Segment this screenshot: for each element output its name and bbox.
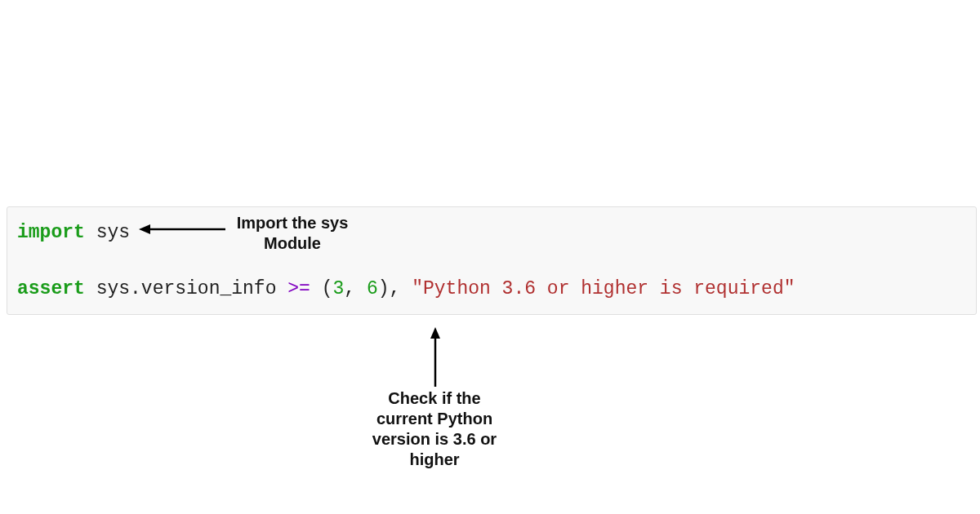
code-line-2: assert sys.version_info >= (3, 6), "Pyth… xyxy=(17,275,966,304)
arrow-left-icon xyxy=(139,222,225,237)
operator-gte: >= xyxy=(287,278,310,299)
paren-open: ( xyxy=(322,278,333,299)
number-3: 3 xyxy=(333,278,345,299)
keyword-assert: assert xyxy=(17,278,85,299)
number-6: 6 xyxy=(367,278,378,299)
expression-prefix: sys.version_info xyxy=(85,278,287,299)
svg-marker-3 xyxy=(430,327,440,339)
space-2 xyxy=(400,278,412,299)
keyword-import: import xyxy=(17,222,85,243)
space-1 xyxy=(355,278,367,299)
paren-close: ) xyxy=(378,278,390,299)
tuple-comma-1: , xyxy=(344,278,355,299)
error-message-string: "Python 3.6 or higher is required" xyxy=(412,278,795,299)
svg-marker-1 xyxy=(139,224,150,234)
annotation-import: Import the sysModule xyxy=(227,213,358,254)
arg-comma: , xyxy=(390,278,401,299)
arrow-up-icon xyxy=(428,327,443,387)
space-after-op xyxy=(310,278,322,299)
blank-line xyxy=(17,247,966,275)
annotation-assert: Check if thecurrent Pythonversion is 3.6… xyxy=(361,388,508,470)
module-name: sys xyxy=(85,222,130,243)
